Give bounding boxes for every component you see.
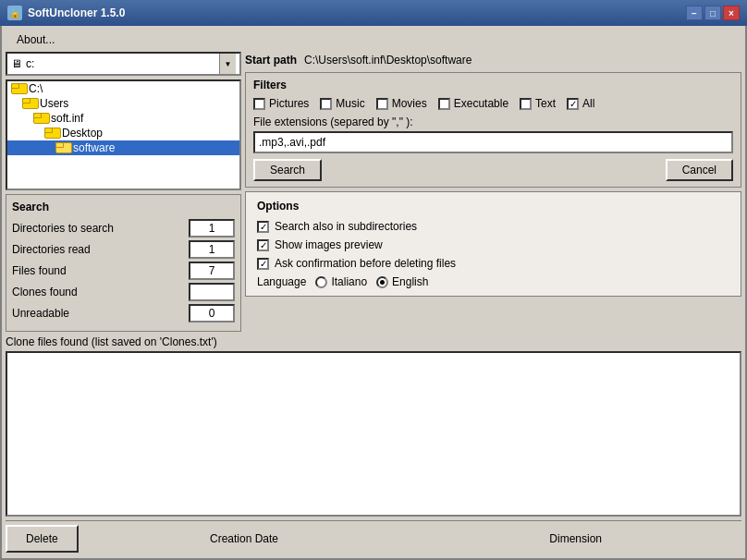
titlebar: 🔓 SoftUncloner 1.5.0 − □ ×: [0, 0, 747, 26]
close-button[interactable]: ×: [723, 6, 740, 20]
option-checkbox[interactable]: [257, 258, 269, 270]
tree-item[interactable]: C:\: [7, 81, 239, 96]
clone-list[interactable]: [6, 351, 741, 517]
tree-item[interactable]: software: [7, 140, 239, 155]
bottom-section: Clone files found (list saved on 'Clones…: [6, 335, 741, 517]
cancel-button[interactable]: Cancel: [666, 159, 733, 181]
search-stat-label: Files found: [12, 264, 67, 277]
option-row[interactable]: Ask confirmation before deleting files: [257, 257, 729, 270]
option-label: Ask confirmation before deleting files: [275, 257, 456, 270]
folder-icon: [55, 142, 70, 153]
folder-icon: [11, 83, 26, 94]
filter-checkbox[interactable]: [376, 98, 388, 110]
filter-checkbox[interactable]: [567, 98, 579, 110]
extensions-label: File extensions (separed by "," ):: [253, 116, 733, 128]
drive-selector[interactable]: 🖥 c: ▼: [6, 52, 241, 76]
language-label: Language: [257, 275, 306, 288]
filter-checkbox[interactable]: [320, 98, 332, 110]
right-panel: Start path C:\Users\soft.inf\Desktop\sof…: [245, 52, 741, 332]
filter-label: All: [582, 97, 594, 110]
filters-panel: Filters PicturesMusicMoviesExecutableTex…: [245, 72, 741, 188]
filter-item[interactable]: All: [567, 97, 594, 110]
extensions-input[interactable]: [253, 131, 733, 153]
folder-icon: [33, 113, 48, 124]
option-checkbox[interactable]: [257, 239, 269, 251]
about-menu[interactable]: About...: [9, 31, 62, 48]
search-stat-row: Directories read1: [12, 240, 235, 259]
titlebar-buttons: − □ ×: [686, 6, 740, 20]
app-icon: 🔓: [7, 6, 22, 20]
search-stat-value: 1: [189, 240, 235, 259]
filters-title: Filters: [253, 79, 733, 91]
dimension-col: Dimension: [410, 532, 741, 545]
tree-item-label: Users: [40, 97, 68, 110]
drive-label: c:: [26, 57, 219, 70]
filter-checkbox[interactable]: [520, 98, 532, 110]
filter-checkboxes: PicturesMusicMoviesExecutableTextAll: [253, 97, 733, 110]
filter-item[interactable]: Text: [520, 97, 556, 110]
filter-item[interactable]: Movies: [376, 97, 427, 110]
maximize-button[interactable]: □: [704, 6, 721, 20]
search-stat-row: Files found7: [12, 262, 235, 280]
footer: Delete Creation Date Dimension: [6, 520, 741, 554]
search-stat-row: Clones found: [12, 283, 235, 301]
filter-item[interactable]: Executable: [438, 97, 508, 110]
option-label: Show images preview: [275, 238, 383, 251]
main-window: About... 🖥 c: ▼ C:\Userssoft.infDesktops…: [0, 26, 747, 560]
option-checkbox[interactable]: [257, 221, 269, 233]
filter-label: Executable: [454, 97, 508, 110]
drive-dropdown-arrow[interactable]: ▼: [219, 54, 236, 74]
filter-buttons: Search Cancel: [253, 159, 733, 181]
delete-button[interactable]: Delete: [6, 525, 79, 553]
search-button[interactable]: Search: [253, 159, 322, 181]
titlebar-title: SoftUncloner 1.5.0: [28, 6, 125, 19]
filter-checkbox[interactable]: [438, 98, 450, 110]
search-stat-label: Directories to search: [12, 222, 114, 235]
language-label-text: Italiano: [331, 275, 367, 288]
file-tree[interactable]: C:\Userssoft.infDesktopsoftware: [6, 79, 241, 190]
filter-label: Pictures: [269, 97, 309, 110]
search-stat-row: Unreadable0: [12, 304, 235, 323]
filter-label: Movies: [392, 97, 427, 110]
option-label: Search also in subdirectories: [275, 220, 417, 233]
left-panel: 🖥 c: ▼ C:\Userssoft.infDesktopsoftware S…: [6, 52, 241, 332]
language-radio[interactable]: [376, 276, 388, 288]
filter-label: Music: [336, 97, 364, 110]
options-panel: Options Search also in subdirectoriesSho…: [245, 191, 741, 297]
filter-checkbox[interactable]: [253, 98, 265, 110]
search-stat-label: Unreadable: [12, 307, 69, 320]
option-row[interactable]: Search also in subdirectories: [257, 220, 729, 233]
start-path-value: C:\Users\soft.inf\Desktop\software: [304, 54, 471, 67]
language-radio[interactable]: [315, 276, 327, 288]
search-stat-value: 7: [189, 262, 235, 280]
filter-label: Text: [535, 97, 556, 110]
tree-item-label: C:\: [29, 82, 43, 95]
folder-icon: [22, 98, 37, 109]
search-title: Search: [12, 201, 235, 213]
minimize-button[interactable]: −: [686, 6, 703, 20]
filter-item[interactable]: Pictures: [253, 97, 309, 110]
tree-item-label: Desktop: [62, 127, 103, 140]
tree-item[interactable]: soft.inf: [7, 111, 239, 126]
clone-title: Clone files found (list saved on 'Clones…: [6, 335, 741, 348]
start-path-label: Start path: [245, 54, 297, 67]
search-stat-value: 1: [189, 219, 235, 237]
search-stat-row: Directories to search1: [12, 219, 235, 237]
language-row: LanguageItalianoEnglish: [257, 275, 729, 288]
menubar: About...: [6, 30, 741, 50]
tree-item[interactable]: Users: [7, 96, 239, 111]
language-option[interactable]: Italiano: [315, 275, 367, 288]
search-stat-label: Clones found: [12, 286, 78, 298]
content-area: 🖥 c: ▼ C:\Userssoft.infDesktopsoftware S…: [6, 52, 741, 332]
search-section: Search Directories to search1Directories…: [6, 194, 241, 332]
filter-item[interactable]: Music: [320, 97, 364, 110]
search-stat-label: Directories read: [12, 243, 91, 256]
option-row[interactable]: Show images preview: [257, 238, 729, 251]
start-path-row: Start path C:\Users\soft.inf\Desktop\sof…: [245, 52, 741, 68]
creation-date-col: Creation Date: [79, 532, 410, 545]
search-stat-value: [189, 283, 235, 301]
tree-item[interactable]: Desktop: [7, 126, 239, 140]
language-option[interactable]: English: [376, 275, 428, 288]
folder-icon: [44, 128, 59, 139]
tree-item-label: soft.inf: [51, 112, 83, 125]
